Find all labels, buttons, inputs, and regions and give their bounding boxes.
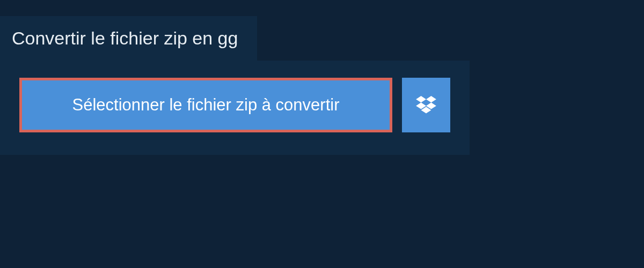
select-file-label: Sélectionner le fichier zip à convertir: [72, 95, 340, 115]
page-title: Convertir le fichier zip en gg: [12, 28, 238, 49]
header-tab: Convertir le fichier zip en gg: [0, 16, 257, 61]
select-file-button[interactable]: Sélectionner le fichier zip à convertir: [19, 78, 392, 132]
main-panel: Sélectionner le fichier zip à convertir: [0, 61, 470, 155]
button-row: Sélectionner le fichier zip à convertir: [19, 78, 450, 132]
dropbox-icon: [416, 96, 436, 114]
dropbox-button[interactable]: [402, 78, 450, 132]
